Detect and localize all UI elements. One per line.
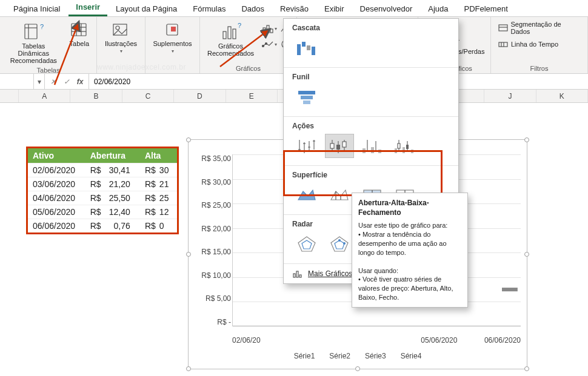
chart-scatter-button[interactable]: ▾ [261, 38, 277, 51]
svg-rect-49 [307, 45, 310, 50]
chart-column-button[interactable]: ▾ [261, 22, 277, 35]
group-tabelas: ? Tabelas Dinâmicas Recomendadas Tabela … [0, 17, 97, 73]
svg-marker-80 [298, 190, 315, 200]
svg-rect-51 [298, 91, 315, 94]
addins-button[interactable]: Suplementos ▾ [150, 19, 194, 55]
chart-type-stock-hlc[interactable] [292, 134, 321, 158]
tab-revisao[interactable]: Revisão [273, 1, 316, 16]
enter-formula-icon[interactable]: ✓ [62, 78, 72, 86]
data-selection-highlight: Ativo Abertura Alta 02/06/2020R$30,41R$ … [26, 147, 179, 234]
resize-handle[interactable] [524, 252, 529, 257]
svg-rect-78 [406, 145, 409, 149]
svg-rect-15 [233, 29, 236, 39]
select-all-corner[interactable] [0, 90, 19, 102]
addins-label: Suplementos [153, 40, 192, 47]
dd-section-funil: Funil [284, 68, 458, 85]
col-C[interactable]: C [122, 90, 174, 102]
illustrations-button[interactable]: Ilustrações ▾ [102, 19, 139, 55]
tab-desenvolvedor[interactable]: Desenvolvedor [353, 1, 420, 16]
svg-point-94 [338, 239, 341, 242]
tab-exibir[interactable]: Exibir [317, 1, 352, 16]
svg-rect-48 [302, 42, 306, 47]
name-box-dropdown[interactable]: ▾ [34, 74, 45, 89]
svg-rect-76 [403, 147, 405, 153]
tab-dados[interactable]: Dados [234, 1, 272, 16]
col-K[interactable]: K [536, 90, 588, 102]
col-E[interactable]: E [226, 90, 278, 102]
svg-rect-13 [223, 31, 226, 39]
slicer-icon [498, 24, 509, 32]
tab-pdfelement[interactable]: PDFelement [457, 1, 515, 16]
chart-type-surface-1[interactable] [292, 183, 321, 207]
table-button[interactable]: Tabela [67, 19, 92, 48]
col-B[interactable]: B [70, 90, 122, 102]
chart-type-stock-ohlc[interactable] [325, 134, 354, 158]
dd-section-cascata: Cascata [284, 19, 458, 36]
tab-ajuda[interactable]: Ajuda [421, 1, 455, 16]
resize-handle[interactable] [524, 137, 529, 142]
svg-text:?: ? [238, 22, 241, 29]
slicer-button[interactable]: Segmentação de Dados [496, 19, 583, 36]
ribbon-tabs: Página Inicial Inserir Layout da Página … [0, 0, 588, 17]
tab-inserir[interactable]: Inserir [68, 0, 107, 16]
table-label: Tabela [70, 40, 89, 47]
svg-point-29 [262, 45, 264, 47]
tab-pagina-inicial[interactable]: Página Inicial [6, 1, 67, 16]
pivot-recommended-button[interactable]: ? Tabelas Dinâmicas Recomendadas [5, 19, 62, 65]
svg-rect-19 [270, 29, 273, 33]
group-suplementos: Suplementos ▾ [145, 17, 200, 73]
group-filtros: Segmentação de Dados Linha do Tempo Filt… [491, 17, 588, 73]
svg-rect-52 [301, 96, 313, 99]
timeline-button[interactable]: Linha do Tempo [496, 39, 583, 50]
svg-rect-14 [228, 27, 231, 39]
timeline-icon [498, 40, 509, 48]
svg-rect-17 [263, 28, 266, 33]
resize-handle[interactable] [186, 252, 191, 257]
chevron-down-icon: ▾ [172, 48, 174, 54]
table-row: 05/06/2020R$12,40R$ 12 [28, 205, 177, 219]
name-box[interactable] [4, 78, 30, 86]
chart-type-radar-1[interactable] [292, 232, 321, 256]
tab-formulas[interactable]: Fórmulas [185, 1, 233, 16]
header-abertura: Abertura [85, 148, 140, 163]
table-row: 03/06/2020R$21,20R$ 21 [28, 177, 177, 191]
table-row: 04/06/2020R$25,50R$ 25 [28, 191, 177, 205]
col-J[interactable]: J [484, 90, 536, 102]
chart-type-waterfall[interactable] [292, 36, 321, 60]
svg-rect-50 [312, 47, 315, 55]
svg-marker-81 [331, 190, 348, 200]
chevron-down-icon: ▾ [120, 48, 122, 54]
resize-handle[interactable] [355, 366, 360, 371]
chart-type-stock-vhlc[interactable] [358, 134, 387, 158]
svg-rect-63 [330, 143, 334, 148]
svg-rect-75 [398, 143, 400, 148]
header-alta: Alta [140, 148, 177, 163]
svg-rect-99 [296, 271, 298, 277]
fx-icon[interactable]: fx [75, 78, 85, 86]
resize-handle[interactable] [186, 366, 191, 371]
col-D[interactable]: D [174, 90, 226, 102]
svg-rect-42 [499, 42, 507, 47]
cancel-formula-icon[interactable]: ✕ [48, 78, 58, 86]
svg-rect-47 [297, 44, 301, 55]
svg-rect-65 [336, 145, 340, 150]
illustrations-icon [112, 21, 130, 39]
chart-type-stock-vohlc[interactable] [390, 134, 419, 158]
pivot-recommended-icon: ? [23, 21, 44, 41]
resize-handle[interactable] [524, 366, 529, 371]
tab-layout[interactable]: Layout da Página [109, 1, 184, 16]
charts-recommended-button[interactable]: ? Gráficos Recomendados [205, 19, 256, 58]
svg-rect-98 [293, 274, 295, 277]
chart-type-funnel[interactable] [292, 85, 321, 109]
svg-rect-79 [411, 150, 413, 153]
table-icon [70, 21, 89, 39]
chart-type-surface-2[interactable] [325, 183, 354, 207]
svg-rect-72 [378, 150, 381, 153]
resize-handle[interactable] [186, 137, 191, 142]
chart-type-radar-2[interactable] [325, 232, 354, 256]
col-A[interactable]: A [19, 90, 70, 102]
addins-icon [164, 21, 182, 39]
table-row: 06/06/2020R$0,76R$ 0 [28, 219, 177, 233]
svg-rect-70 [371, 147, 374, 153]
illustrations-label: Ilustrações [105, 40, 137, 47]
